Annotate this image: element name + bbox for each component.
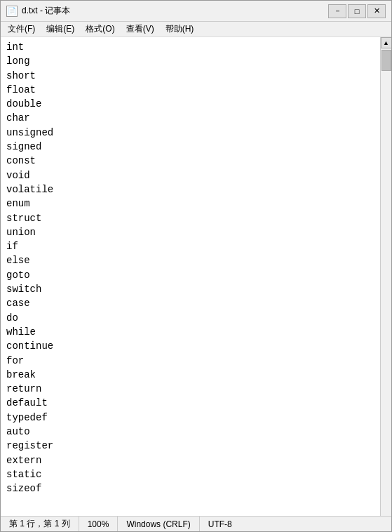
close-button[interactable]: ✕ bbox=[367, 4, 386, 18]
zoom-level: 100% bbox=[79, 517, 119, 531]
menu-help[interactable]: 帮助(H) bbox=[160, 22, 200, 37]
window-title: d.txt - 记事本 bbox=[22, 5, 70, 17]
menu-format[interactable]: 格式(O) bbox=[80, 22, 120, 37]
menu-bar: 文件(F) 编辑(E) 格式(O) 查看(V) 帮助(H) bbox=[1, 22, 391, 37]
scrollbar: ▲ bbox=[380, 37, 391, 516]
line-ending: Windows (CRLF) bbox=[118, 517, 199, 531]
cursor-position: 第 1 行，第 1 列 bbox=[1, 517, 79, 531]
maximize-button[interactable]: □ bbox=[348, 4, 366, 18]
status-bar: 第 1 行，第 1 列 100% Windows (CRLF) UTF-8 bbox=[1, 516, 391, 531]
scroll-up-button[interactable]: ▲ bbox=[381, 37, 392, 48]
notepad-window: 📄 d.txt - 记事本 － □ ✕ 文件(F) 编辑(E) 格式(O) 查看… bbox=[0, 0, 392, 532]
menu-view[interactable]: 查看(V) bbox=[121, 22, 160, 37]
menu-edit[interactable]: 编辑(E) bbox=[41, 22, 80, 37]
window-controls: － □ ✕ bbox=[328, 4, 386, 18]
title-bar: 📄 d.txt - 记事本 － □ ✕ bbox=[1, 1, 391, 22]
app-icon: 📄 bbox=[6, 6, 18, 17]
minimize-button[interactable]: － bbox=[328, 4, 346, 18]
menu-file[interactable]: 文件(F) bbox=[2, 22, 41, 37]
scroll-thumb[interactable] bbox=[381, 50, 391, 71]
encoding: UTF-8 bbox=[200, 517, 241, 531]
text-editor[interactable]: int long short float double char unsigne… bbox=[1, 37, 380, 516]
title-bar-left: 📄 d.txt - 记事本 bbox=[6, 5, 70, 17]
content-area: int long short float double char unsigne… bbox=[1, 37, 391, 516]
